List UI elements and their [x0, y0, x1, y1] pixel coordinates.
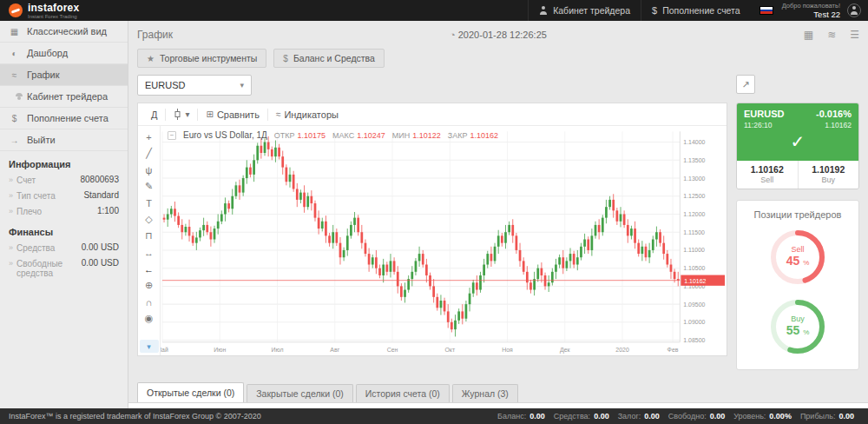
chart-type-button[interactable]: ▾	[166, 107, 197, 122]
svg-text:Июн: Июн	[214, 347, 226, 353]
chart-toolbar: Д ▾ ⊞	[138, 103, 727, 126]
expand-chart-button[interactable]: ↗	[736, 75, 755, 94]
symbol-select[interactable]: EURUSD ▾	[137, 75, 252, 96]
svg-text:Фев: Фев	[667, 347, 679, 353]
sidebar-item-logout[interactable]: → Выйти	[0, 129, 128, 151]
svg-text:1.08500: 1.08500	[683, 337, 705, 343]
chevron-down-icon: ▾	[240, 81, 244, 89]
sidebar-item-label: График	[27, 70, 60, 80]
positions-title: Позиции трейдеров	[742, 209, 853, 220]
svg-text:1.11000: 1.11000	[683, 247, 705, 253]
sidebar-item-deposit[interactable]: $ Пополнение счета	[0, 108, 128, 129]
svg-text:1.10162: 1.10162	[684, 278, 706, 284]
menu-icon[interactable]: ☰	[850, 29, 859, 41]
sidebar-item-label: Кабинет трейдера	[27, 91, 108, 102]
finance-row-free-funds: »Свободные средства 0.00 USD	[0, 255, 128, 281]
ohlc-low: МИН1.10122	[392, 131, 441, 140]
avatar[interactable]	[847, 3, 861, 17]
chevrons-icon: »	[9, 191, 13, 201]
arrow-tool-icon[interactable]: ←	[140, 261, 159, 277]
topbar-deposit-link[interactable]: $ Пополнение счета	[641, 0, 751, 21]
grid-icon: ▦	[9, 27, 20, 36]
svg-text:Май: Май	[161, 347, 168, 353]
legend-collapse-icon[interactable]: −	[168, 131, 176, 140]
measure-tool-icon[interactable]: ↔	[140, 244, 159, 261]
toolbar-collapse-chevron[interactable]: ▾	[140, 340, 159, 353]
sidebar-item-label: Дашборд	[27, 48, 68, 58]
eye-tool-icon[interactable]: ◉	[140, 310, 159, 327]
svg-text:1.12000: 1.12000	[683, 211, 705, 217]
check-icon: ✓	[744, 129, 852, 157]
trading-instruments-label: Торговые инструменты	[160, 53, 257, 63]
pitchfork-tool-icon[interactable]: ψ	[140, 162, 159, 178]
svg-text:1.12500: 1.12500	[683, 193, 705, 199]
sidebar-item-chart[interactable]: ≈ График	[0, 64, 128, 86]
finance-row-funds: »Средства 0.00 USD	[0, 240, 128, 255]
topbar: instaforex Instant Forex Trading Кабинет…	[0, 0, 868, 21]
balance-funds-button[interactable]: $ Баланс и Средства	[273, 49, 385, 68]
chevron-down-icon: ▾	[185, 109, 189, 119]
account-number: 80800693	[81, 175, 120, 184]
svg-text:Сен: Сен	[387, 347, 398, 353]
svg-text:Дек: Дек	[560, 347, 571, 354]
tab-journal[interactable]: Журнал (3)	[452, 384, 518, 402]
sidebar-item-trader-cabinet[interactable]: Кабинет трейдера	[0, 86, 128, 108]
svg-text:Окт: Окт	[444, 347, 455, 353]
svg-text:1.13500: 1.13500	[683, 157, 705, 163]
calendar-icon[interactable]: ▦	[804, 29, 813, 41]
info-row-account-type: »Тип счета Standard	[0, 188, 128, 203]
buy-price: 1.10192	[799, 164, 859, 175]
logo-text: instaforex	[28, 3, 79, 13]
text-tool-icon[interactable]: T	[140, 195, 159, 211]
language-flag-ru[interactable]	[760, 6, 773, 15]
indicators-button[interactable]: ≈ Индикаторы	[268, 108, 346, 122]
pattern-tool-icon[interactable]: ◇	[140, 211, 159, 228]
info-section-header: Информация	[0, 151, 128, 172]
svg-text:1.09000: 1.09000	[683, 319, 705, 325]
main-header: График ◔2020-01-28 12:26:25 ▦ ≋ ☰	[137, 26, 859, 43]
position-tool-icon[interactable]: ⊓	[140, 228, 159, 244]
magnet-tool-icon[interactable]: ∩	[140, 294, 159, 310]
sidebar-item-classic-view[interactable]: ▦ Классический вид	[0, 21, 128, 43]
rss-icon[interactable]: ≋	[827, 29, 836, 41]
compare-label: Сравнить	[217, 109, 260, 120]
brush-tool-icon[interactable]: ✎	[140, 178, 159, 195]
chevrons-icon: »	[9, 207, 13, 216]
svg-text:Авг: Авг	[330, 347, 339, 353]
trading-instruments-button[interactable]: ★ Торговые инструменты	[137, 49, 266, 68]
sidebar-item-label: Выйти	[27, 135, 56, 145]
svg-text:1.13000: 1.13000	[683, 176, 705, 182]
sell-label: Sell	[737, 176, 798, 184]
compare-button[interactable]: ⊞ Сравнить	[198, 108, 266, 122]
exit-icon: →	[9, 136, 20, 145]
tab-account-history[interactable]: История счета (0)	[356, 384, 450, 402]
tab-closed-trades[interactable]: Закрытые сделки (0)	[247, 384, 352, 402]
footer-stats: Баланс:0.00 Средства:0.00 Залог:0.00 Сво…	[497, 412, 859, 421]
candlestick-chart[interactable]: МайИюнИюлАвгСенОктНояДек2020Фев1.140001.…	[161, 126, 727, 355]
topbar-cabinet-link[interactable]: Кабинет трейдера	[528, 0, 641, 21]
sell-price: 1.10162	[737, 164, 798, 175]
instaforex-logo[interactable]: instaforex Instant Forex Trading	[7, 3, 79, 19]
sidebar-item-dashboard[interactable]: ◐ Дашборд	[0, 43, 128, 64]
quote-symbol: EURUSD	[744, 109, 784, 119]
dollar-icon: $	[652, 5, 657, 16]
right-panel: ↗ EURUSD -0.016% 11:26:10 1.10162 ✓	[736, 75, 859, 402]
star-icon: ★	[147, 54, 155, 63]
ohlc-close: ЗАКР1.10162	[448, 131, 498, 140]
svg-text:Июл: Июл	[271, 347, 283, 353]
crosshair-tool-icon[interactable]: +	[140, 129, 159, 145]
chart-area[interactable]: МайИюнИюлАвгСенОктНояДек2020Фев1.140001.…	[161, 126, 727, 355]
zoom-in-tool-icon[interactable]: ⊕	[140, 277, 159, 294]
tab-open-trades[interactable]: Открытые сделки (0)	[137, 382, 244, 402]
trend-line-tool-icon[interactable]: ╱	[140, 145, 159, 162]
symbol-select-value: EURUSD	[145, 80, 185, 90]
interval-button[interactable]: Д	[143, 108, 165, 122]
sell-button[interactable]: 1.10162 Sell	[737, 161, 798, 189]
buy-button[interactable]: 1.10192 Buy	[798, 161, 859, 189]
clock-icon: ◔	[450, 30, 456, 40]
ohlc-high: МАКС1.10247	[332, 131, 385, 140]
welcome-text: Добро пожаловать! Test 22	[782, 2, 840, 19]
leverage-value: 1:100	[97, 206, 119, 215]
indicators-label: Индикаторы	[284, 109, 339, 120]
svg-text:1.14000: 1.14000	[683, 139, 705, 145]
